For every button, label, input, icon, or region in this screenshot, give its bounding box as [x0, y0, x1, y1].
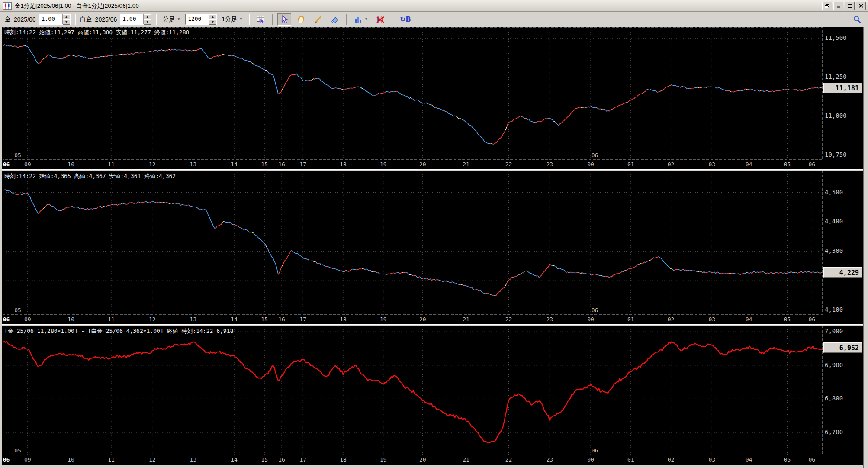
chevron-down-icon: ▼ — [239, 17, 243, 21]
last-price-box: 11,181 — [823, 83, 862, 93]
x-axis-label: 19 — [380, 316, 387, 323]
pan-tool-button[interactable] — [294, 13, 308, 26]
chevron-down-icon: ▼ — [364, 17, 368, 21]
x-axis-label: 18 — [340, 456, 347, 463]
platinum-multiplier-arrows[interactable]: ▲▼ — [143, 14, 151, 24]
spread-price-axis: 7,0006,9006,8006,7006,952 — [823, 326, 863, 455]
toolbar-separator — [156, 14, 157, 25]
x-axis-label: 00 — [587, 161, 594, 168]
eraser-button[interactable] — [328, 13, 342, 26]
y-axis-label: 4,400 — [825, 218, 843, 225]
period-type-dropdown[interactable]: 分足 ▼ — [161, 15, 182, 24]
gold-price-axis: 11,50011,25011,00010,75011,181 — [823, 27, 863, 160]
bar-chart-icon — [354, 15, 363, 24]
platinum-price-axis: 4,5004,4004,3004,1004,229 — [823, 171, 863, 315]
gold-contract-month[interactable]: 2025/06 — [14, 16, 36, 23]
data-window-icon — [256, 15, 266, 24]
x-axis-label: 22 — [505, 161, 512, 168]
chart-type-button[interactable]: ▼ — [351, 13, 370, 26]
bar-count-arrows[interactable]: ▲▼ — [209, 14, 216, 24]
platinum-contract-month[interactable]: 2025/06 — [95, 16, 117, 23]
x-axis-label: 09 — [24, 161, 31, 168]
close-button[interactable] — [856, 2, 866, 10]
gold-chart-panel: 時刻:14:22 始値:11,297 高値:11,300 安値:11,277 終… — [0, 27, 868, 169]
toolbar-separator — [75, 14, 76, 25]
gold-chart-plot[interactable]: 時刻:14:22 始値:11,297 高値:11,300 安値:11,277 終… — [3, 27, 823, 160]
x-axis-label: 21 — [463, 161, 469, 168]
x-axis-label: 00 — [587, 456, 594, 463]
toolbar-separator — [249, 14, 250, 25]
panel-separator — [0, 169, 868, 171]
spread-chart-plot[interactable]: [金 25/06 11,280×1.00] - [白金 25/06 4,362×… — [3, 326, 823, 455]
pencil-icon — [314, 15, 322, 24]
x-axis-label: 04 — [746, 456, 752, 463]
interval-dropdown[interactable]: 1分足 ▼ — [220, 15, 244, 24]
pointer-tool-button[interactable] — [277, 13, 291, 26]
x-axis-label: 13 — [190, 456, 197, 463]
y-axis-label: 10,750 — [825, 151, 847, 158]
x-axis-label: 03 — [708, 161, 715, 168]
toolbar-separator — [346, 14, 347, 25]
remove-study-button[interactable] — [373, 13, 387, 26]
x-axis-label: 06 — [3, 161, 10, 168]
platinum-chart-plot[interactable]: 時刻:14:22 始値:4,365 高値:4,367 安値:4,361 終値:4… — [3, 171, 823, 315]
x-axis-label: 17 — [299, 316, 306, 323]
x-axis-label: 16 — [278, 316, 285, 323]
platinum-chart-panel: 時刻:14:22 始値:4,365 高値:4,367 安値:4,361 終値:4… — [0, 171, 868, 324]
x-axis-label: 00 — [587, 316, 594, 323]
x-axis-label: 11 — [108, 456, 115, 463]
x-axis-label: 23 — [546, 456, 553, 463]
x-axis-label: 15 — [261, 316, 268, 323]
x-axis-label: 10 — [68, 316, 74, 323]
panel-separator — [0, 324, 868, 326]
float-window-button[interactable] — [822, 2, 832, 10]
toolbar-separator — [272, 14, 273, 25]
zoom-search-button[interactable] — [850, 13, 864, 26]
platinum-multiplier-spinner[interactable]: 1.00 ▲▼ — [120, 14, 151, 25]
x-axis-label: 09 — [24, 316, 31, 323]
x-axis-label: 06 — [809, 161, 816, 168]
reload-button[interactable]: ↻B — [397, 13, 414, 26]
draw-line-button[interactable] — [311, 13, 325, 26]
y-axis-label: 6,900 — [825, 361, 843, 368]
window-right-edge — [863, 27, 868, 468]
x-axis-label: 19 — [380, 161, 387, 168]
gold-multiplier-arrows[interactable]: ▲▼ — [62, 14, 70, 24]
x-axis-label: 13 — [190, 161, 197, 168]
maximize-button[interactable] — [845, 2, 855, 10]
cursor-arrow-icon — [280, 15, 289, 24]
gold-multiplier-spinner[interactable]: 1.00 ▲▼ — [39, 14, 71, 25]
hand-icon — [296, 15, 306, 24]
x-axis-label: 10 — [68, 161, 74, 168]
x-axis-label: 19 — [380, 456, 387, 463]
x-axis-label: 04 — [746, 316, 752, 323]
gold-symbol-label: 金 — [5, 16, 11, 23]
chevron-down-icon: ▼ — [177, 17, 180, 21]
y-axis-label: 4,300 — [825, 247, 843, 254]
x-axis-label: 18 — [340, 161, 347, 168]
x-axis-label: 04 — [746, 161, 752, 168]
x-axis-label: 20 — [419, 161, 426, 168]
x-axis-label: 05 — [784, 456, 791, 463]
minimize-button[interactable] — [833, 2, 843, 10]
toolbar-separator — [392, 14, 392, 25]
candles-delete-icon — [376, 15, 385, 24]
bar-count-value: 1200 — [186, 14, 209, 24]
y-axis-label: 4,500 — [825, 189, 843, 196]
data-window-button[interactable] — [254, 13, 268, 26]
platinum-time-axis: 0609101112131415161718192021222300010203… — [0, 315, 863, 324]
toolbar: 金 2025/06 1.00 ▲▼ 白金 2025/06 1.00 ▲▼ 分足 … — [0, 12, 868, 27]
x-axis-label: 10 — [68, 456, 74, 463]
last-price-box: 4,229 — [823, 267, 862, 278]
x-axis-label: 13 — [190, 316, 197, 323]
bar-count-spinner[interactable]: 1200 ▲▼ — [185, 14, 217, 25]
x-axis-label: 23 — [546, 161, 553, 168]
eraser-icon — [330, 15, 340, 24]
spread-chart-panel: [金 25/06 11,280×1.00] - [白金 25/06 4,362×… — [0, 326, 868, 465]
y-axis-label: 7,000 — [825, 328, 843, 335]
y-axis-label: 11,250 — [825, 73, 847, 80]
gold-ohlc-readout: 時刻:14:22 始値:11,297 高値:11,300 安値:11,277 終… — [4, 29, 189, 36]
window-title: 金1分足[2025/06]1.00 - 白金1分足[2025/06]1.00 — [15, 2, 822, 10]
date-label: 06 — [592, 307, 598, 313]
date-label: 05 — [14, 307, 21, 313]
